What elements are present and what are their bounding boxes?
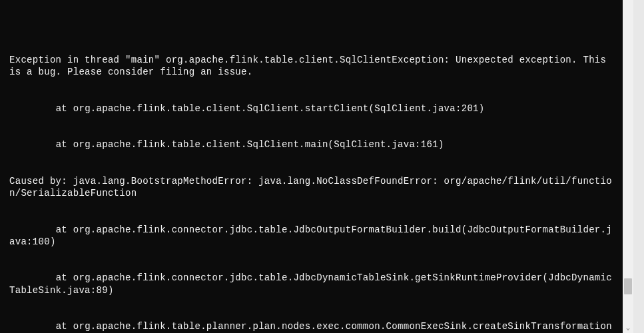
terminal-line: at org.apache.flink.table.client.SqlClie… — [9, 103, 616, 115]
terminal-line: Caused by: java.lang.BootstrapMethodErro… — [9, 175, 616, 199]
terminal-output[interactable]: Exception in thread "main" org.apache.fl… — [0, 0, 623, 333]
scrollbar-arrow-down-icon[interactable]: ⌄ — [623, 322, 633, 333]
terminal-line: at org.apache.flink.connector.jdbc.table… — [9, 272, 616, 296]
terminal-line: Exception in thread "main" org.apache.fl… — [9, 54, 616, 78]
terminal-panel: Exception in thread "main" org.apache.fl… — [0, 0, 623, 333]
terminal-line: at org.apache.flink.table.planner.plan.n… — [9, 320, 616, 333]
scrollbar-thumb[interactable] — [624, 278, 632, 294]
outer-scrollbar-track: ⌄ — [623, 0, 644, 333]
scrollbar-track[interactable]: ⌄ — [623, 0, 633, 333]
terminal-line: at org.apache.flink.table.client.SqlClie… — [9, 139, 616, 151]
terminal-line: at org.apache.flink.connector.jdbc.table… — [9, 224, 616, 248]
chevron-down-icon: ⌄ — [626, 324, 630, 332]
